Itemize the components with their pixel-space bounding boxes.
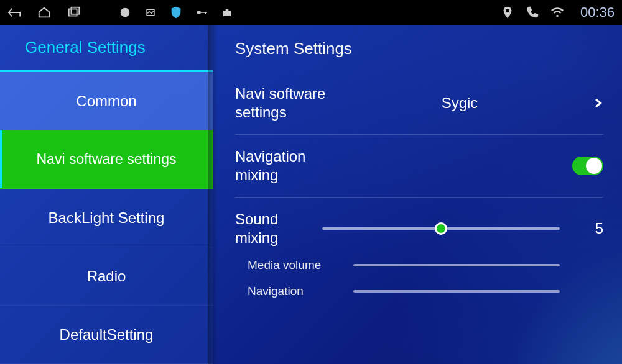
clock: 00:36 [580,4,615,20]
briefcase-icon [221,7,233,18]
svg-point-4 [197,11,201,14]
row-label: Navi software settings [235,84,347,122]
sidebar-item-label: Radio [81,268,132,285]
sidebar-item-default[interactable]: DefaultSetting [0,306,213,364]
status-bar: 00:36 [0,0,622,25]
slider-thumb[interactable] [435,222,447,235]
sidebar-item-label: Common [70,93,142,110]
row-navi-software[interactable]: Navi software settings Sygic [235,72,603,135]
main-panel: System Settings Navi software settings S… [213,25,622,364]
location-icon [501,6,514,19]
row-navigation-volume: Navigation [235,278,603,304]
main-header-label: System Settings [235,39,352,58]
volume-bar-media[interactable] [353,264,560,266]
sub-label: Navigation [248,284,353,298]
sidebar-item-backlight[interactable]: BackLight Setting [0,189,213,247]
row-sound-mixing: Sound mixing 5 [235,198,603,252]
sidebar-item-radio[interactable]: Radio [0,247,213,306]
svg-rect-1 [71,7,79,14]
sidebar-item-label: Navi software settings [30,151,183,168]
svg-rect-8 [226,9,229,11]
sidebar: General Settings Common Navi software se… [0,25,213,364]
svg-point-2 [121,8,130,17]
app-icon-1 [118,6,132,19]
row-value: Sygic [347,94,572,112]
row-navigation-mixing: Navigation mixing [235,135,603,198]
chevron-right-icon [572,94,603,112]
volume-bar-navigation[interactable] [353,290,560,293]
wifi-icon [550,6,564,19]
main-header: System Settings [235,25,603,72]
toggle-knob [586,158,602,174]
home-icon[interactable] [37,6,51,19]
toggle-navigation-mixing[interactable] [572,157,603,175]
sidebar-item-label: DefaultSetting [53,326,160,344]
sidebar-header-label: General Settings [25,38,146,57]
svg-rect-7 [223,11,231,16]
row-label: Sound mixing [235,210,316,247]
row-media-volume: Media volume [235,252,603,278]
key-icon [197,9,208,16]
sidebar-item-label: BackLight Setting [42,209,171,227]
sidebar-header: General Settings [0,25,213,72]
image-icon [146,7,156,17]
sub-label: Media volume [248,258,353,272]
sidebar-item-navi-software[interactable]: Navi software settings [0,130,213,189]
svg-rect-6 [205,12,207,14]
sidebar-item-common[interactable]: Common [0,72,213,130]
row-label: Navigation mixing [235,147,347,184]
svg-rect-0 [69,9,77,16]
slider-sound-mixing[interactable] [322,224,560,234]
recents-icon[interactable] [67,6,81,19]
shield-icon [169,6,183,19]
back-icon[interactable] [7,6,21,19]
slider-value: 5 [572,220,603,237]
phone-icon [526,6,539,19]
